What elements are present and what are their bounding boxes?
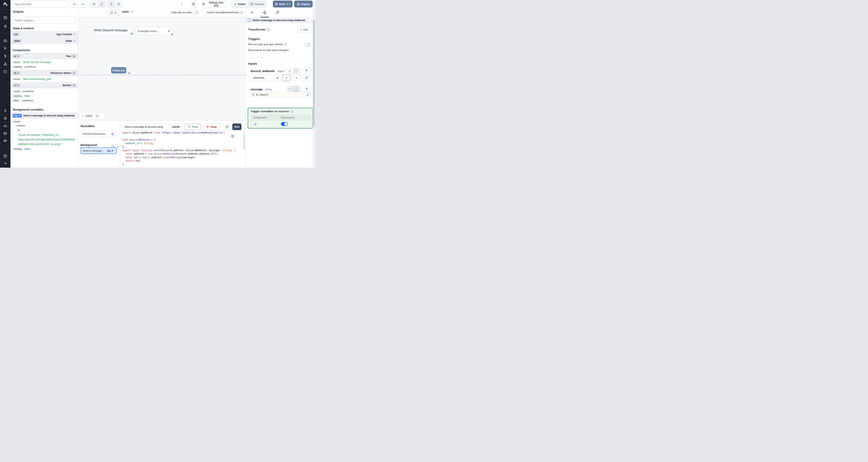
page-scrollbar[interactable] [313, 8, 315, 168]
refresh-count-button[interactable]: 0 [106, 9, 120, 16]
output-row-state[interactable]: state State [10, 38, 79, 44]
sidebar-item-home[interactable] [0, 37, 10, 44]
sidebar-item-help[interactable] [0, 153, 10, 160]
sidebar-item-audit-logs[interactable] [0, 137, 10, 144]
press-me-button[interactable]: Press me [111, 67, 126, 73]
redo-button[interactable] [79, 1, 87, 7]
function-icon: f [248, 19, 251, 22]
eval-mode-button[interactable]: f [293, 86, 300, 91]
sidebar-item-workers[interactable] [0, 123, 10, 129]
mobile-view-button[interactable] [107, 1, 115, 7]
draft-button[interactable]: Draft ⌘S [273, 1, 292, 7]
static-mode-button[interactable] [287, 86, 293, 91]
sidebar-item-favorites[interactable] [0, 23, 10, 30]
resource-picker[interactable]: u/henri/te... × [251, 74, 281, 81]
center-layout-button[interactable] [90, 1, 97, 7]
tab-styling[interactable] [276, 10, 279, 14]
frequency-dropdown[interactable]: once [122, 10, 134, 13]
expr-editor[interactable]: 1 b.result [251, 92, 311, 97]
prop-row: content: [14, 124, 28, 128]
edit-resource-button[interactable] [282, 74, 290, 81]
more-options-button[interactable] [180, 2, 183, 6]
tab-insert-component[interactable] [250, 11, 254, 15]
success-title: Trigger runnables on success [251, 110, 289, 113]
bg-runnable-item-selected[interactable]: Send a message... bg_0 [81, 147, 117, 154]
fork-button[interactable]: Fork [184, 124, 201, 130]
copy-code-button[interactable] [231, 134, 234, 138]
resize-handle[interactable] [131, 33, 132, 34]
add-resource-button[interactable]: + [292, 74, 301, 81]
docs-button[interactable] [190, 1, 197, 7]
sidebar-item-settings[interactable] [0, 115, 10, 122]
expand-editor-button[interactable] [305, 93, 310, 98]
resource-select-component[interactable]: Example resou... × [135, 27, 173, 35]
run-button[interactable]: Run [232, 124, 242, 130]
background-runnable-row[interactable]: bg_0 Send a message to discord using web… [10, 112, 79, 119]
refresh-code-button[interactable] [223, 124, 231, 130]
clear-button[interactable]: Clear [203, 124, 221, 130]
tab-preview[interactable]: Preview [248, 1, 266, 7]
sidebar-item-runs[interactable] [0, 45, 10, 52]
app-canvas[interactable]: Write Discord message: Example resou... … [79, 18, 246, 121]
cache-button[interactable]: Cache [169, 124, 183, 130]
desktop-view-button[interactable] [115, 1, 122, 7]
sidebar-item-folders[interactable] [0, 130, 10, 137]
pencil-icon[interactable] [75, 114, 76, 117]
text-component[interactable]: Write Discord message: [93, 27, 133, 35]
hide-bar-toggle[interactable] [192, 11, 199, 14]
script-name-input[interactable] [122, 124, 167, 130]
component-row-c[interactable]: c Button [10, 82, 79, 88]
collapse-a-button[interactable] [72, 55, 76, 58]
sidebar-item-resources[interactable] [0, 60, 10, 67]
info-icon[interactable]: i [267, 28, 270, 31]
resize-handle[interactable] [128, 72, 130, 74]
fullscreen-layout-button[interactable] [98, 1, 105, 7]
search-outputs-input[interactable] [12, 17, 75, 24]
code-editor[interactable]: import discordwebhook from "https://deno… [122, 131, 244, 166]
run-on-start-toggle[interactable] [304, 43, 311, 46]
collapse-b-button[interactable] [72, 71, 76, 75]
code-scrollbar[interactable] [244, 131, 245, 149]
refresh-resource-button[interactable] [302, 74, 311, 81]
button-component-frame[interactable]: Press me [107, 67, 130, 74]
debug-runs-button[interactable]: Debug runs (23) [202, 1, 226, 7]
input2-connect-button[interactable] [302, 86, 311, 92]
output-row-ctx[interactable]: ctx App Context [10, 31, 79, 37]
deploy-button[interactable]: Deploy [294, 1, 313, 7]
scrollbar-thumb[interactable] [313, 20, 315, 127]
zoom-in-button[interactable]: + [94, 114, 100, 118]
clear-resource-icon[interactable]: × [276, 76, 278, 80]
state-context-title: State & Context [13, 27, 34, 30]
windmill-logo-icon[interactable] [0, 1, 10, 8]
component-row-b[interactable]: b Resource Select [10, 70, 79, 76]
app-summary-input[interactable] [12, 1, 68, 7]
component-row-a[interactable]: a Text [10, 53, 79, 59]
static-mode-button[interactable] [287, 68, 293, 73]
sidebar-item-apps[interactable] [0, 14, 10, 21]
sidebar-item-variables[interactable] [0, 53, 10, 59]
zoom-out-button[interactable]: − [82, 114, 84, 118]
info-icon[interactable]: i [284, 43, 287, 46]
clear-selection-icon[interactable]: × [168, 29, 170, 33]
input1-connect-button[interactable] [302, 68, 311, 73]
sidebar-item-schedules[interactable] [0, 68, 10, 75]
info-icon[interactable]: i [290, 110, 293, 113]
undo-button[interactable] [70, 1, 79, 7]
clear-label: Clear [210, 125, 217, 128]
resize-handle[interactable] [171, 33, 173, 35]
sidebar-item-users[interactable] [0, 107, 10, 114]
recompute-c-toggle[interactable] [281, 122, 288, 126]
collapse-c-button[interactable] [72, 84, 76, 87]
eval-mode-button[interactable]: f [293, 68, 300, 73]
tab-component-settings[interactable] [262, 10, 267, 15]
sidebar-expand-icon[interactable] [0, 160, 10, 167]
undo-redo-group [70, 1, 87, 8]
add-transformer-button[interactable]: + Add [297, 27, 311, 32]
fork-icon [188, 125, 191, 128]
info-icon[interactable]: i [240, 11, 243, 14]
runnable-item[interactable]: hub/1511/discord/se... c [81, 131, 117, 137]
tab-editor[interactable]: Editor [232, 1, 248, 7]
components-title: Components [13, 48, 30, 52]
pencil-icon [288, 69, 291, 72]
canvas-toolbar: 0 once Hide bar on view Author henri@win… [79, 8, 246, 18]
